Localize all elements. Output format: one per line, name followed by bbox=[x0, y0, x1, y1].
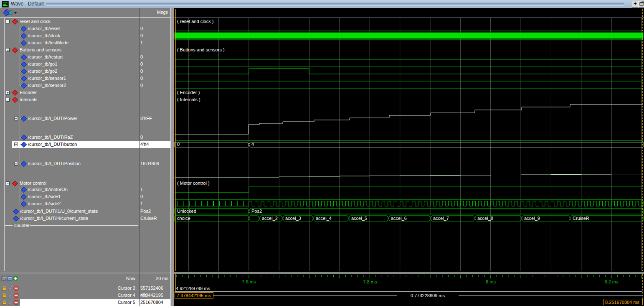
signal-value: 1 bbox=[140, 200, 169, 207]
expand-button[interactable]: + bbox=[632, 1, 639, 8]
expand-icon[interactable]: + bbox=[14, 143, 18, 146]
tree-group-row[interactable]: −Buttons and sensors bbox=[0, 46, 170, 54]
tree-signal-row[interactable]: +/cursor_tb/I_DUT/Position16'd4806 bbox=[0, 160, 170, 167]
signal-value: 0 bbox=[140, 193, 169, 200]
tree-signal-row[interactable]: /cursor_tb/I_DUT/I1/U_0/current_statePos… bbox=[0, 208, 170, 215]
add-wave-icon[interactable] bbox=[3, 9, 14, 18]
tree-signal-row[interactable]: /cursor_tb/restart0 bbox=[0, 54, 170, 61]
cursor5-readout: 8.251670804 ms bbox=[605, 300, 639, 305]
collapse-icon[interactable]: − bbox=[6, 98, 10, 102]
signal-value: CruiseR bbox=[140, 215, 169, 222]
tree-signal-row[interactable]: /cursor_tb/side10 bbox=[0, 193, 170, 200]
now-label: Now bbox=[46, 275, 135, 282]
lock-cursor-icon[interactable] bbox=[2, 293, 7, 298]
delete-cursor-icon[interactable] bbox=[13, 300, 19, 305]
signal-name: /cursor_tb/clock bbox=[28, 32, 60, 39]
tree-group-row[interactable]: −reset and clock bbox=[0, 18, 170, 25]
signal-value: 0 bbox=[140, 32, 169, 39]
chevron-down-icon[interactable] bbox=[14, 12, 17, 14]
svg-text:accel_8: accel_8 bbox=[477, 216, 493, 221]
tree-signal-row[interactable]: /cursor_tb/clock0 bbox=[0, 32, 170, 39]
undock-icon[interactable] bbox=[638, 1, 644, 8]
divider-line bbox=[30, 225, 138, 226]
group-diamond-icon bbox=[12, 181, 18, 186]
waveform-canvas[interactable]: 04UnlockedPos2choiceaccel_2accel_3accel_… bbox=[174, 8, 644, 272]
cursor4-readout: 7.478442195 ms bbox=[177, 293, 211, 298]
signal-name: /cursor_tb/I_DUT/RaZ bbox=[28, 134, 73, 141]
signal-name: /cursor_tb/side2 bbox=[28, 200, 61, 207]
tree-group-row[interactable]: −Internals bbox=[0, 96, 170, 103]
timeline-label: 8 ms bbox=[486, 279, 496, 284]
svg-text:CruiseR: CruiseR bbox=[573, 216, 589, 221]
signal-diamond-icon bbox=[21, 194, 27, 200]
tree-signal-row[interactable]: /cursor_tb/go10 bbox=[0, 61, 170, 68]
tree-connector bbox=[20, 103, 20, 163]
now-row[interactable]: Now 20 ms bbox=[0, 275, 170, 282]
timeline-ruler[interactable]: 7.6 ms7.8 ms8 ms8.2 ms4.921289789 ms7.47… bbox=[174, 274, 644, 306]
divider-line bbox=[5, 225, 13, 226]
signal-diamond-icon bbox=[21, 61, 27, 67]
column-separator[interactable] bbox=[139, 8, 139, 306]
signal-diamond-icon bbox=[21, 187, 27, 193]
expand-icon[interactable]: + bbox=[14, 162, 18, 166]
signal-value: 0 bbox=[140, 54, 169, 61]
tree-signal-row[interactable]: /cursor_tb/testMode1 bbox=[0, 39, 170, 46]
collapse-icon[interactable]: − bbox=[6, 181, 10, 185]
signal-diamond-icon bbox=[21, 83, 27, 89]
svg-text:accel_2: accel_2 bbox=[262, 216, 278, 221]
insert-cursor-icon[interactable] bbox=[13, 276, 18, 281]
cursor-list-icon[interactable] bbox=[7, 276, 13, 281]
signal-diamond-icon bbox=[21, 116, 27, 122]
signal-pane-header: Msgs bbox=[0, 8, 170, 18]
delete-cursor-icon[interactable] bbox=[13, 286, 19, 291]
tree-signal-row[interactable]: /cursor_tb/motorOn1 bbox=[0, 186, 170, 193]
signal-value: Pos2 bbox=[140, 208, 169, 215]
tree-signal-row[interactable]: +/cursor_tb/I_DUT/Power8'hFF bbox=[0, 115, 170, 122]
tree-signal-row[interactable]: /cursor_tb/side21 bbox=[0, 200, 170, 207]
lock-cursor-icon[interactable] bbox=[2, 300, 7, 305]
cursor-label: Cursor 5 bbox=[46, 299, 135, 306]
tree-signal-row[interactable]: +/cursor_tb/I_DUT/button4'h4 bbox=[0, 141, 170, 148]
group-diamond-icon bbox=[12, 47, 18, 53]
svg-text:accel_4: accel_4 bbox=[316, 216, 332, 221]
signal-name: /cursor_tb/restart bbox=[28, 54, 63, 61]
lock-cursor-icon[interactable] bbox=[2, 286, 7, 291]
edit-cursor-icon[interactable] bbox=[8, 293, 13, 298]
cursor-3-row[interactable]: Cursor 3 557152406 ms bbox=[0, 285, 170, 292]
expand-icon[interactable]: + bbox=[6, 91, 10, 94]
tree-divider-row[interactable]: counter bbox=[0, 222, 170, 229]
tree-group-row[interactable]: +Encoder bbox=[0, 89, 170, 96]
cursor-label: Cursor 3 bbox=[46, 285, 135, 292]
msgs-column-header[interactable]: Msgs bbox=[138, 10, 168, 15]
group-label: reset and clock bbox=[20, 18, 51, 25]
tree-signal-row[interactable]: /cursor_tb/go20 bbox=[0, 68, 170, 75]
edit-cursor-icon[interactable] bbox=[8, 300, 13, 305]
tree-signal-row[interactable]: /cursor_tb/sensor20 bbox=[0, 82, 170, 89]
cursor-5-row[interactable]: Cursor 5 251670804 ms bbox=[0, 299, 170, 306]
divider-label: counter bbox=[14, 222, 30, 229]
expand-icon[interactable]: + bbox=[14, 117, 18, 120]
signal-value: 0 bbox=[140, 61, 169, 68]
tree-signal-row[interactable]: /cursor_tb/I_DUT/RaZ0 bbox=[0, 134, 170, 141]
title-bar[interactable]: Wave - Default + bbox=[0, 0, 644, 8]
signal-diamond-icon bbox=[21, 76, 27, 82]
delete-cursor-icon[interactable] bbox=[13, 293, 19, 298]
group-diamond-icon bbox=[12, 19, 18, 25]
edit-cursor-icon[interactable] bbox=[8, 286, 13, 291]
collapse-icon[interactable]: − bbox=[6, 20, 10, 23]
cursor-value: 251670804 ms bbox=[140, 299, 169, 306]
titlebar-grip[interactable] bbox=[46, 2, 624, 6]
signal-value: 0 bbox=[140, 25, 169, 32]
cursor-4-row[interactable]: Cursor 4 478442195 ms bbox=[0, 292, 170, 299]
tree-signal-row[interactable]: /cursor_tb/sensor10 bbox=[0, 75, 170, 82]
tree-signal-row[interactable]: /cursor_tb/I_DUT/I4/current_stateCruiseR bbox=[0, 215, 170, 222]
svg-text:accel_3: accel_3 bbox=[285, 216, 301, 221]
wave-group-label: ( Internals ) bbox=[177, 97, 200, 102]
wave-window-icon bbox=[2, 1, 9, 8]
timeline-settings-icon[interactable] bbox=[1, 276, 7, 281]
signal-name: /cursor_tb/reset bbox=[28, 25, 60, 32]
signal-name: /cursor_tb/sensor1 bbox=[28, 75, 66, 82]
collapse-icon[interactable]: − bbox=[6, 48, 10, 52]
pane-splitter[interactable] bbox=[170, 8, 174, 306]
tree-signal-row[interactable]: /cursor_tb/reset0 bbox=[0, 25, 170, 32]
